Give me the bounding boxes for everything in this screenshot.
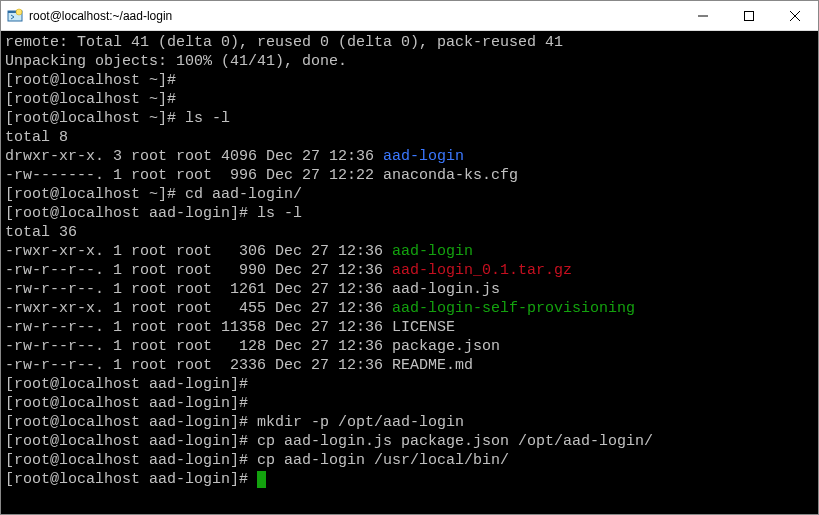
terminal-line: [root@localhost aad-login]# cp aad-login… — [5, 432, 814, 451]
minimize-button[interactable] — [680, 1, 726, 30]
window-title: root@localhost:~/aad-login — [29, 9, 172, 23]
terminal-text: [root@localhost aad-login]# cp aad-login… — [5, 433, 653, 450]
terminal-text: -rw-r--r--. 1 root root 11358 Dec 27 12:… — [5, 319, 455, 336]
terminal-line: [root@localhost aad-login]# ls -l — [5, 204, 814, 223]
terminal-text: total 36 — [5, 224, 77, 241]
terminal-line: [root@localhost aad-login]# — [5, 375, 814, 394]
terminal-text: [root@localhost ~]# — [5, 91, 176, 108]
terminal-text: -rwxr-xr-x. 1 root root 306 Dec 27 12:36 — [5, 243, 392, 260]
terminal-text: [root@localhost aad-login]# cp aad-login… — [5, 452, 509, 469]
terminal-text: [root@localhost ~]# ls -l — [5, 110, 230, 127]
terminal-line: -rw-------. 1 root root 996 Dec 27 12:22… — [5, 166, 814, 185]
terminal-line: [root@localhost ~]# — [5, 71, 814, 90]
terminal-text: -rw-r--r--. 1 root root 1261 Dec 27 12:3… — [5, 281, 500, 298]
terminal-line: total 36 — [5, 223, 814, 242]
terminal-line: [root@localhost aad-login]# mkdir -p /op… — [5, 413, 814, 432]
terminal-line: -rw-r--r--. 1 root root 2336 Dec 27 12:3… — [5, 356, 814, 375]
terminal-line: -rw-r--r--. 1 root root 11358 Dec 27 12:… — [5, 318, 814, 337]
terminal-text: [root@localhost aad-login]# mkdir -p /op… — [5, 414, 464, 431]
terminal-text: -rw-------. 1 root root 996 Dec 27 12:22… — [5, 167, 518, 184]
terminal-line: remote: Total 41 (delta 0), reused 0 (de… — [5, 33, 814, 52]
terminal-text: aad-login-self-provisioning — [392, 300, 635, 317]
terminal-text: -rw-r--r--. 1 root root 2336 Dec 27 12:3… — [5, 357, 473, 374]
terminal-text: total 8 — [5, 129, 68, 146]
terminal-text: [root@localhost aad-login]# — [5, 376, 248, 393]
terminal-text: aad-login — [383, 148, 464, 165]
terminal-text: aad-login_0.1.tar.gz — [392, 262, 572, 279]
terminal-text: [root@localhost aad-login]# — [5, 471, 257, 488]
terminal-line: [root@localhost aad-login]# — [5, 394, 814, 413]
terminal-line: Unpacking objects: 100% (41/41), done. — [5, 52, 814, 71]
terminal-line: -rw-r--r--. 1 root root 990 Dec 27 12:36… — [5, 261, 814, 280]
cursor — [257, 471, 266, 488]
terminal-line: -rw-r--r--. 1 root root 1261 Dec 27 12:3… — [5, 280, 814, 299]
svg-rect-4 — [745, 11, 754, 20]
titlebar: root@localhost:~/aad-login — [1, 1, 818, 31]
terminal-window: root@localhost:~/aad-login remote: Total… — [0, 0, 819, 515]
maximize-button[interactable] — [726, 1, 772, 30]
terminal-line: [root@localhost aad-login]# — [5, 470, 814, 489]
close-button[interactable] — [772, 1, 818, 30]
terminal-text: [root@localhost aad-login]# ls -l — [5, 205, 302, 222]
terminal-body[interactable]: remote: Total 41 (delta 0), reused 0 (de… — [1, 31, 818, 514]
terminal-text: Unpacking objects: 100% (41/41), done. — [5, 53, 347, 70]
terminal-line: total 8 — [5, 128, 814, 147]
svg-point-2 — [16, 9, 22, 15]
terminal-line: [root@localhost ~]# ls -l — [5, 109, 814, 128]
terminal-line: [root@localhost ~]# — [5, 90, 814, 109]
app-icon — [7, 8, 23, 24]
terminal-text: [root@localhost aad-login]# — [5, 395, 248, 412]
terminal-line: [root@localhost ~]# cd aad-login/ — [5, 185, 814, 204]
terminal-line: -rw-r--r--. 1 root root 128 Dec 27 12:36… — [5, 337, 814, 356]
terminal-text: -rwxr-xr-x. 1 root root 455 Dec 27 12:36 — [5, 300, 392, 317]
terminal-line: -rwxr-xr-x. 1 root root 455 Dec 27 12:36… — [5, 299, 814, 318]
terminal-line: -rwxr-xr-x. 1 root root 306 Dec 27 12:36… — [5, 242, 814, 261]
terminal-line: [root@localhost aad-login]# cp aad-login… — [5, 451, 814, 470]
terminal-text: remote: Total 41 (delta 0), reused 0 (de… — [5, 34, 563, 51]
terminal-text: [root@localhost ~]# — [5, 72, 176, 89]
terminal-text: [root@localhost ~]# cd aad-login/ — [5, 186, 302, 203]
terminal-text: -rw-r--r--. 1 root root 990 Dec 27 12:36 — [5, 262, 392, 279]
terminal-text: drwxr-xr-x. 3 root root 4096 Dec 27 12:3… — [5, 148, 383, 165]
terminal-text: aad-login — [392, 243, 473, 260]
terminal-text: -rw-r--r--. 1 root root 128 Dec 27 12:36… — [5, 338, 500, 355]
window-controls — [680, 1, 818, 30]
terminal-line: drwxr-xr-x. 3 root root 4096 Dec 27 12:3… — [5, 147, 814, 166]
